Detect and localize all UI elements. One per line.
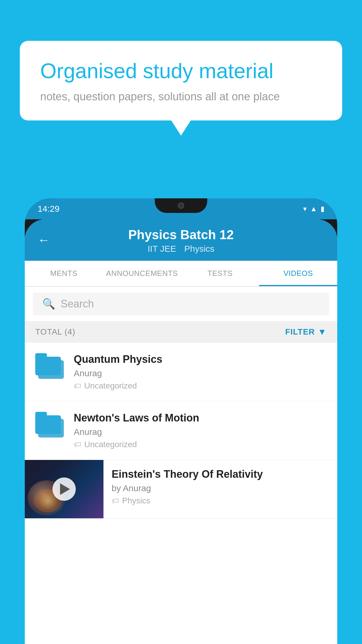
video-info-quantum: Quantum Physics Anurag 🏷 Uncategorized bbox=[74, 353, 327, 391]
notch bbox=[155, 198, 207, 213]
video-author: Anurag bbox=[74, 368, 327, 378]
list-item[interactable]: Einstein's Theory Of Relativity by Anura… bbox=[25, 460, 337, 519]
filter-button[interactable]: FILTER ▼ bbox=[285, 327, 327, 337]
video-category: 🏷 Uncategorized bbox=[74, 440, 327, 449]
header-tags: IIT JEE Physics bbox=[147, 244, 214, 254]
category-label: Uncategorized bbox=[84, 381, 137, 391]
battery-icon: ▮ bbox=[321, 205, 324, 213]
video-author: by Anurag bbox=[112, 483, 329, 493]
signal-icon: ▲ bbox=[310, 205, 317, 213]
filter-label: FILTER bbox=[285, 327, 315, 337]
video-thumbnail-einstein bbox=[25, 460, 103, 518]
back-button[interactable]: ← bbox=[38, 233, 50, 247]
tab-ments[interactable]: MENTS bbox=[25, 261, 103, 286]
video-title: Newton's Laws of Motion bbox=[74, 412, 327, 424]
play-triangle-icon bbox=[60, 483, 70, 495]
folder-icon-quantum bbox=[35, 353, 64, 385]
header-tag-physics: Physics bbox=[184, 244, 214, 254]
header-tag-iitjee: IIT JEE bbox=[147, 244, 176, 254]
status-icons: ▾ ▲ ▮ bbox=[303, 205, 324, 213]
status-bar: 14:29 ▾ ▲ ▮ bbox=[25, 198, 337, 219]
video-title: Einstein's Theory Of Relativity bbox=[112, 468, 329, 480]
tab-announcements[interactable]: ANNOUNCEMENTS bbox=[103, 261, 181, 286]
search-input-wrapper[interactable]: 🔍 Search bbox=[33, 293, 329, 315]
bubble-subtitle: notes, question papers, solutions all at… bbox=[40, 90, 322, 103]
phone-screen: ← Physics Batch 12 IIT JEE Physics MENTS… bbox=[25, 219, 337, 644]
category-label: Physics bbox=[122, 496, 150, 505]
search-input[interactable]: Search bbox=[61, 298, 94, 310]
video-info-newton: Newton's Laws of Motion Anurag 🏷 Uncateg… bbox=[74, 412, 327, 449]
status-time: 14:29 bbox=[38, 204, 59, 214]
tab-videos[interactable]: VIDEOS bbox=[259, 261, 337, 286]
folder-icon-newton bbox=[35, 412, 64, 444]
wifi-icon: ▾ bbox=[303, 205, 307, 213]
video-info-einstein: Einstein's Theory Of Relativity by Anura… bbox=[103, 460, 337, 514]
folder-front bbox=[35, 412, 61, 435]
filter-icon: ▼ bbox=[318, 327, 327, 337]
phone-frame: 14:29 ▾ ▲ ▮ ← Physics Batch 12 IIT JEE P… bbox=[25, 198, 337, 644]
play-button[interactable] bbox=[52, 477, 76, 501]
list-item[interactable]: Newton's Laws of Motion Anurag 🏷 Uncateg… bbox=[25, 401, 337, 460]
video-author: Anurag bbox=[74, 427, 327, 437]
video-list: Quantum Physics Anurag 🏷 Uncategorized bbox=[25, 343, 337, 519]
total-count: TOTAL (4) bbox=[35, 327, 75, 337]
video-category: 🏷 Uncategorized bbox=[74, 381, 327, 391]
tag-icon: 🏷 bbox=[112, 496, 119, 505]
tag-icon: 🏷 bbox=[74, 440, 81, 449]
list-item[interactable]: Quantum Physics Anurag 🏷 Uncategorized bbox=[25, 343, 337, 401]
filter-bar: TOTAL (4) FILTER ▼ bbox=[25, 321, 337, 343]
tab-bar: MENTS ANNOUNCEMENTS TESTS VIDEOS bbox=[25, 261, 337, 287]
front-camera bbox=[178, 202, 184, 209]
speech-bubble: Organised study material notes, question… bbox=[20, 41, 342, 120]
video-title: Quantum Physics bbox=[74, 353, 327, 365]
header-title: Physics Batch 12 bbox=[128, 228, 234, 242]
category-label: Uncategorized bbox=[84, 440, 137, 449]
app-header: ← Physics Batch 12 IIT JEE Physics bbox=[25, 219, 337, 261]
tab-tests[interactable]: TESTS bbox=[181, 261, 259, 286]
video-category: 🏷 Physics bbox=[112, 496, 329, 505]
search-bar: 🔍 Search bbox=[25, 287, 337, 321]
folder-front bbox=[35, 353, 61, 377]
search-icon: 🔍 bbox=[42, 298, 55, 310]
bubble-title: Organised study material bbox=[40, 58, 322, 83]
tag-icon: 🏷 bbox=[74, 382, 81, 391]
